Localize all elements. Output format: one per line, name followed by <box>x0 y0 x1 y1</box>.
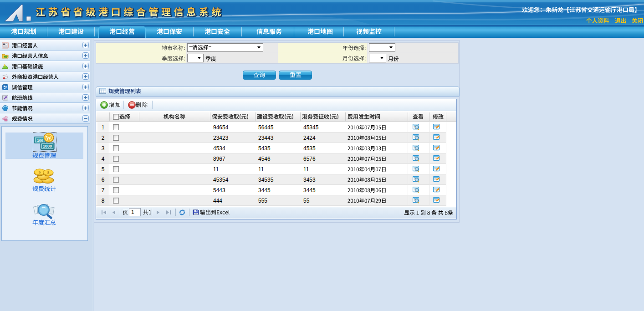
svg-text:$: $ <box>47 170 50 175</box>
svg-text:100: 100 <box>37 138 43 143</box>
svg-text:$: $ <box>39 170 41 174</box>
svg-text:1000: 1000 <box>43 144 52 148</box>
svg-text:W: W <box>46 135 52 141</box>
